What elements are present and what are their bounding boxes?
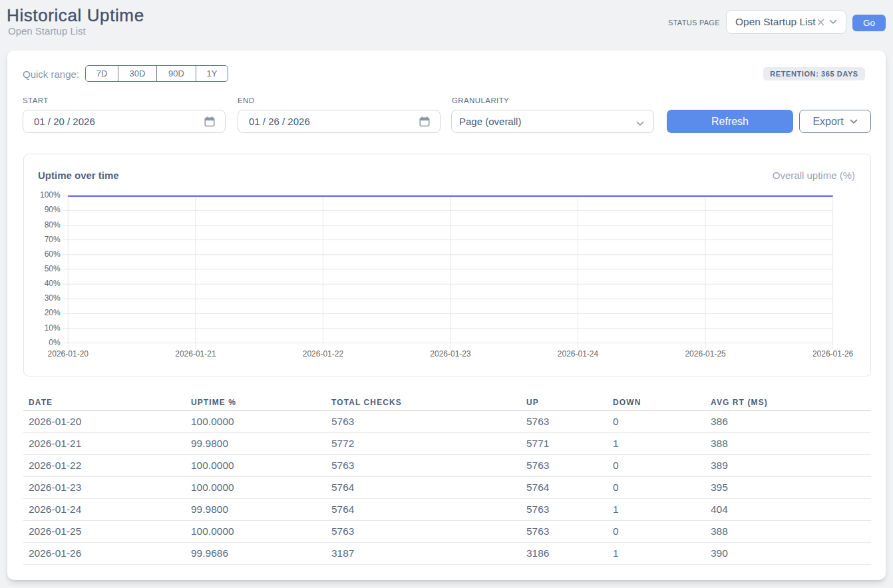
svg-text:60%: 60% xyxy=(45,249,61,259)
svg-text:30%: 30% xyxy=(45,293,61,303)
svg-text:2026-01-22: 2026-01-22 xyxy=(303,349,344,359)
svg-text:2026-01-26: 2026-01-26 xyxy=(812,349,854,359)
svg-text:100%: 100% xyxy=(40,190,61,200)
svg-text:2026-01-25: 2026-01-25 xyxy=(685,349,726,359)
svg-text:0%: 0% xyxy=(49,338,61,347)
svg-text:90%: 90% xyxy=(45,205,61,214)
svg-text:2026-01-23: 2026-01-23 xyxy=(430,349,471,359)
svg-text:50%: 50% xyxy=(45,264,61,273)
svg-text:10%: 10% xyxy=(45,323,61,333)
svg-text:2026-01-21: 2026-01-21 xyxy=(175,349,216,359)
svg-text:2026-01-20: 2026-01-20 xyxy=(48,349,89,359)
svg-text:80%: 80% xyxy=(45,220,61,229)
svg-text:70%: 70% xyxy=(45,235,61,244)
svg-text:2026-01-24: 2026-01-24 xyxy=(558,349,599,359)
svg-text:20%: 20% xyxy=(45,308,61,317)
svg-text:40%: 40% xyxy=(45,279,61,288)
